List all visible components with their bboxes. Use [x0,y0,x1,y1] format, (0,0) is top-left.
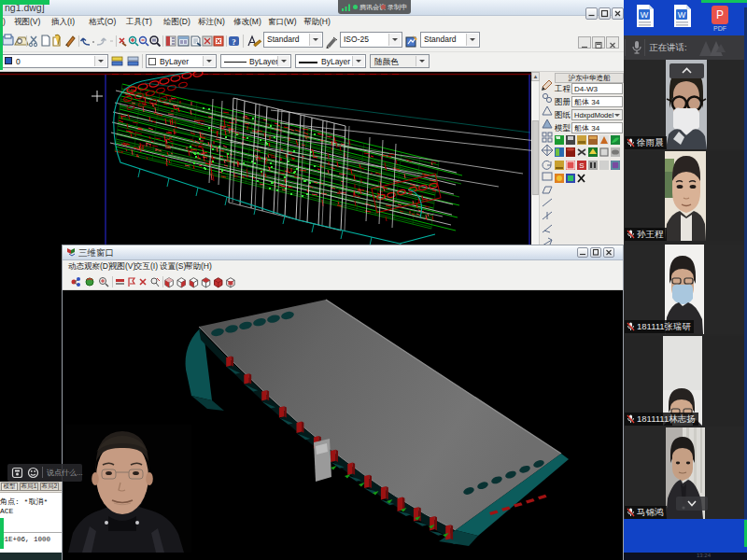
svg-text:?: ? [232,37,236,47]
svg-text:P: P [716,8,724,21]
svg-text:S: S [579,161,584,170]
svg-text:W: W [641,10,649,20]
svg-text:PDF: PDF [713,25,726,32]
svg-text:W: W [678,10,686,20]
